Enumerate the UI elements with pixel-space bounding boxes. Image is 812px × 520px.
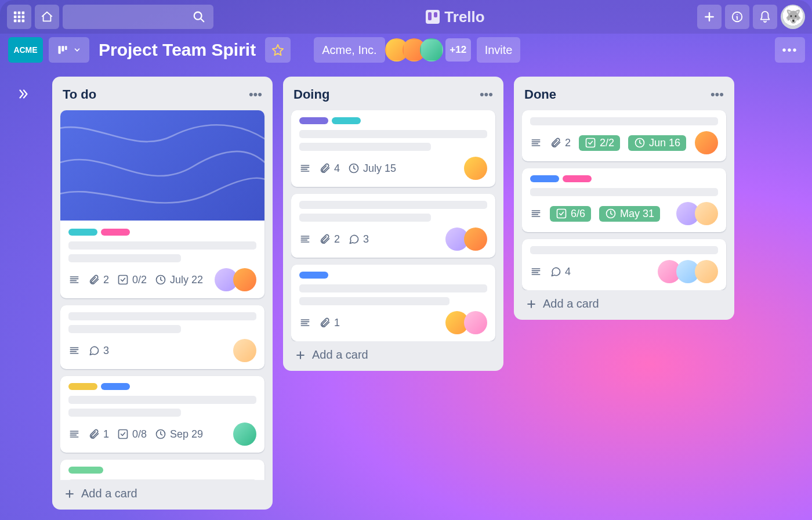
workspace-chip[interactable]: ACME: [8, 37, 43, 63]
label-blue[interactable]: [299, 272, 328, 279]
label-pink[interactable]: [101, 229, 130, 236]
label-green[interactable]: [68, 467, 103, 474]
home-icon[interactable]: [35, 5, 59, 29]
card-member-avatar[interactable]: [464, 228, 487, 251]
label-purple[interactable]: [299, 117, 328, 124]
card[interactable]: [60, 460, 264, 480]
card-members: [464, 157, 487, 180]
card-member-avatar[interactable]: [695, 260, 718, 283]
topbar: Trello 🐺: [0, 0, 812, 34]
description-icon: [530, 208, 542, 219]
label-teal[interactable]: [332, 117, 361, 124]
list-title[interactable]: Done: [524, 87, 556, 102]
svg-rect-21: [557, 210, 566, 218]
create-button[interactable]: [697, 5, 722, 29]
board-canvas[interactable]: To do ••• 20/2July 22310/8Sep 29Add a ca…: [45, 66, 812, 520]
card[interactable]: 4: [522, 239, 726, 290]
card[interactable]: 23: [291, 194, 495, 258]
card-member-avatar[interactable]: [695, 131, 718, 154]
add-card-button[interactable]: Add a card: [60, 480, 268, 501]
card-labels[interactable]: [299, 117, 487, 124]
card-member-avatar[interactable]: [464, 311, 487, 334]
card-member-avatar[interactable]: [464, 157, 487, 180]
card-members: [658, 260, 718, 283]
label-teal[interactable]: [68, 229, 97, 236]
info-icon[interactable]: [725, 5, 749, 29]
label-yellow[interactable]: [68, 383, 97, 390]
member-overflow[interactable]: +12: [445, 38, 471, 62]
svg-rect-1: [18, 12, 21, 15]
card-labels[interactable]: [68, 383, 256, 390]
invite-button[interactable]: Invite: [477, 37, 521, 63]
label-blue[interactable]: [101, 383, 130, 390]
checklist-badge: 0/2: [117, 274, 147, 286]
card-cover: [60, 110, 264, 221]
list-cards: 20/2July 22310/8Sep 29: [60, 110, 268, 480]
list-menu-icon[interactable]: •••: [477, 86, 495, 103]
svg-rect-5: [22, 16, 25, 19]
card-members: [445, 228, 487, 251]
card[interactable]: 3: [60, 305, 264, 369]
search-input[interactable]: [63, 5, 213, 29]
list-cards: 22/2Jun 166/6May 314: [522, 110, 730, 290]
add-card-button[interactable]: Add a card: [291, 341, 499, 363]
card-member-avatar[interactable]: [695, 202, 718, 225]
list-title[interactable]: Doing: [293, 87, 329, 102]
card-title-placeholder: [68, 312, 256, 333]
list: To do ••• 20/2July 22310/8Sep 29Add a ca…: [52, 77, 273, 510]
checklist-complete-badge: 2/2: [579, 135, 620, 151]
card[interactable]: 20/2July 22: [60, 110, 264, 298]
card-badges: 22/2Jun 16: [530, 135, 686, 151]
board-members[interactable]: +12: [391, 38, 471, 62]
card-badges: 4: [530, 266, 571, 278]
card[interactable]: 22/2Jun 16: [522, 110, 726, 161]
card-title-placeholder: [530, 117, 718, 125]
member-avatar[interactable]: [420, 38, 443, 62]
expand-sidebar-icon[interactable]: [14, 85, 32, 103]
star-icon[interactable]: [265, 37, 291, 63]
user-avatar[interactable]: 🐺: [781, 5, 805, 29]
brand: Trello: [217, 8, 694, 26]
card-member-avatar[interactable]: [233, 268, 256, 291]
card[interactable]: 1: [291, 265, 495, 341]
card-badges: 6/6May 31: [530, 206, 660, 222]
card-member-avatar[interactable]: [233, 423, 256, 446]
card[interactable]: 6/6May 31: [522, 168, 726, 232]
list-title[interactable]: To do: [63, 87, 96, 102]
board-title[interactable]: Project Team Spirit: [95, 40, 259, 60]
add-card-button[interactable]: Add a card: [522, 290, 730, 312]
sidebar-rail: [0, 66, 45, 520]
apps-icon[interactable]: [7, 5, 31, 29]
svg-rect-0: [14, 12, 17, 15]
card-members: [445, 311, 487, 334]
card-labels[interactable]: [68, 467, 256, 474]
card[interactable]: 4July 15: [291, 110, 495, 187]
card-labels[interactable]: [68, 229, 256, 236]
board-menu-button[interactable]: •••: [775, 37, 805, 63]
org-button[interactable]: Acme, Inc.: [314, 37, 385, 63]
description-icon: [68, 428, 80, 440]
description-icon: [299, 162, 311, 174]
card-labels[interactable]: [530, 175, 718, 182]
list-menu-icon[interactable]: •••: [246, 86, 264, 103]
notifications-icon[interactable]: [753, 5, 777, 29]
card-title-placeholder: [530, 246, 718, 254]
card-member-avatar[interactable]: [233, 339, 256, 362]
card-title-placeholder: [299, 284, 487, 305]
board-view-switcher[interactable]: [49, 37, 89, 63]
list-menu-icon[interactable]: •••: [708, 86, 726, 103]
card[interactable]: 10/8Sep 29: [60, 376, 264, 453]
attachments-badge: 1: [88, 428, 109, 440]
due-date-badge: July 15: [348, 162, 396, 175]
label-blue[interactable]: [530, 175, 559, 182]
card-badges: 3: [68, 345, 109, 357]
card-badges: 10/8Sep 29: [68, 428, 203, 440]
comments-badge: 3: [348, 233, 369, 245]
card-title-placeholder: [299, 201, 487, 222]
svg-rect-6: [14, 20, 17, 23]
card-labels[interactable]: [299, 272, 487, 279]
svg-rect-19: [586, 139, 595, 147]
card-badges: 20/2July 22: [68, 274, 203, 286]
svg-rect-14: [119, 276, 128, 284]
label-pink[interactable]: [563, 175, 592, 182]
